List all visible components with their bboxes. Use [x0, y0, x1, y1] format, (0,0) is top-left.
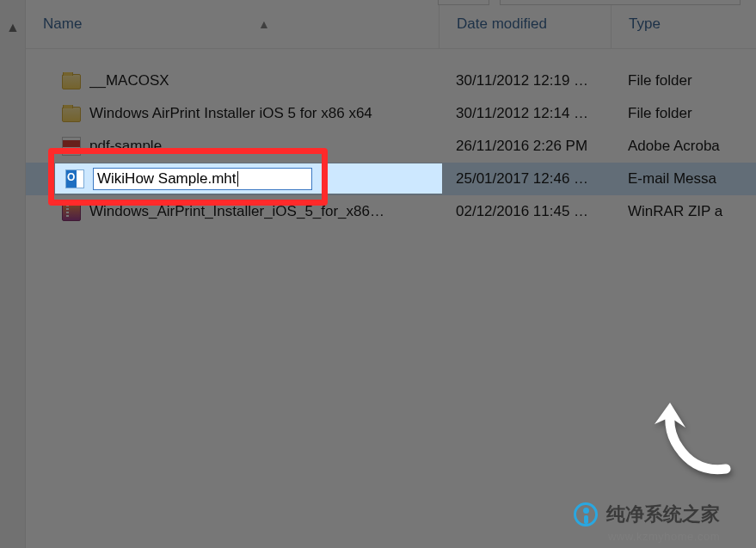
watermark-logo-icon	[574, 502, 598, 526]
tutorial-dim-overlay	[0, 0, 756, 548]
rename-input[interactable]: WikiHow Sample.mht	[93, 168, 312, 190]
rename-row-highlight: WikiHow Sample.mht	[55, 163, 442, 194]
watermark-url: www.kzmyhome.com	[608, 530, 720, 543]
watermark-brand-text: 纯净系统之家	[606, 502, 720, 527]
tutorial-arrow-icon	[644, 400, 739, 486]
rename-input-value: WikiHow Sample.mht	[97, 169, 237, 188]
watermark-brand: 纯净系统之家	[574, 502, 720, 527]
outlook-icon	[65, 169, 84, 188]
text-caret	[237, 171, 238, 187]
